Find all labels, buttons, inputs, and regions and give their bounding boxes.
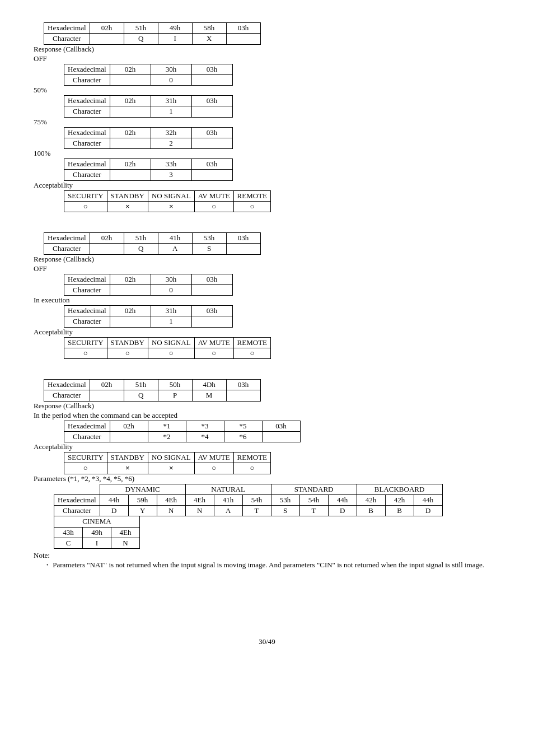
page-number: 30/49 [34,637,500,646]
section-1: Hexadecimal 02h 51h 49h 58h 03h Characte… [34,22,500,212]
inperiod-label: In the period when the command can be ac… [34,411,500,420]
sec2-top-table: Hexadecimal 02h 51h 41h 53h 03h Characte… [44,232,261,255]
off-label: OFF [34,54,500,63]
bullet-icon: ・ [44,561,51,569]
sec1-accept-table: SECURITY STANDBY NO SIGNAL AV MUTE REMOT… [64,190,271,213]
section-2: Hexadecimal 02h 51h 41h 53h 03h Characte… [34,232,500,359]
char-label: Character [44,34,90,44]
acceptability-label: Acceptability [34,181,500,190]
inexec-label: In execution [34,296,500,305]
sec1-off-table: Hexadecimal 02h 30h 03h Character 0 [64,64,233,86]
sec2-off-table: Hexadecimal 02h 30h 03h Character 0 [64,274,233,296]
sec1-50-table: Hexadecimal 02h 31h 03h Character 1 [64,95,233,118]
note-text: ・ Parameters "NAT" is not returned when … [50,560,500,570]
sec3-cinema-table: CINEMA 43h 49h 4Eh C I N [54,516,140,549]
sec3-period-table: Hexadecimal 02h *1 *3 *5 03h Character *… [64,421,301,443]
sec3-params-main-table: DYNAMIC NATURAL STANDARD BLACKBOARD Hexa… [54,484,443,517]
pct100-label: 100% [34,149,500,158]
sec1-top-table: Hexadecimal 02h 51h 49h 58h 03h Characte… [44,22,261,45]
note-label: Note: [34,551,500,560]
sec1-100-table: Hexadecimal 02h 33h 03h Character 3 [64,158,233,181]
pct50-label: 50% [34,86,500,95]
sec3-top-table: Hexadecimal 02h 51h 50h 4Dh 03h Characte… [44,379,261,402]
response-label: Response (Callback) [34,45,500,54]
sec3-accept-table: SECURITY STANDBY NO SIGNAL AV MUTE REMOT… [64,452,271,474]
section-3: Hexadecimal 02h 51h 50h 4Dh 03h Characte… [34,379,500,570]
sec2-inexec-table: Hexadecimal 02h 31h 03h Character 1 [64,305,233,328]
pct75-label: 75% [34,118,500,127]
sec2-accept-table: SECURITY STANDBY NO SIGNAL AV MUTE REMOT… [64,337,271,360]
sec1-75-table: Hexadecimal 02h 32h 03h Character 2 [64,127,233,150]
params-header: Parameters (*1, *2, *3, *4, *5, *6) [34,474,500,483]
hex-label: Hexadecimal [44,23,90,34]
